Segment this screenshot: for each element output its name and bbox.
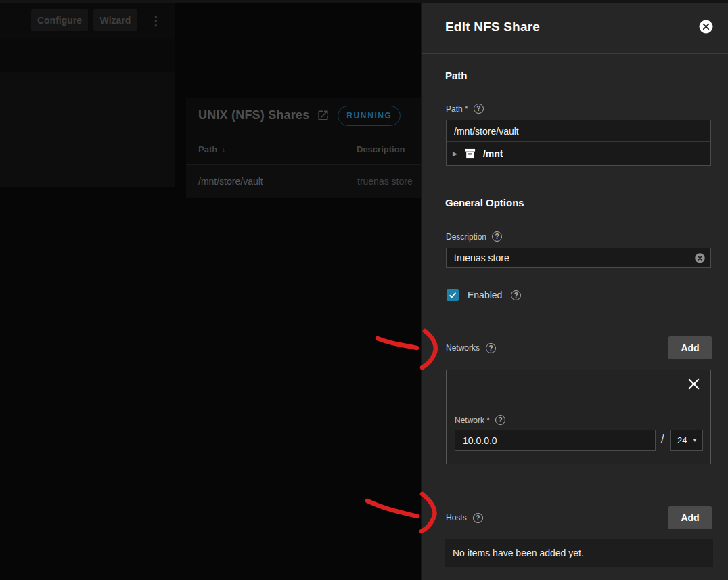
add-host-button[interactable]: Add [668, 506, 712, 529]
hosts-label-group: Hosts ? [446, 513, 483, 523]
help-icon[interactable]: ? [473, 513, 483, 523]
configure-button[interactable]: Configure [31, 9, 88, 31]
help-icon[interactable]: ? [492, 231, 502, 242]
prefix-select[interactable]: 24 ▼ [670, 430, 703, 451]
column-header-description: Description [357, 133, 405, 164]
description-input[interactable] [447, 248, 695, 267]
edit-nfs-share-drawer: Edit NFS Share Path Path * ? ▶ /mnt Gene… [421, 0, 728, 580]
filesystem-tree-node[interactable]: ▶ /mnt [447, 141, 710, 165]
drawer-title: Edit NFS Share [445, 20, 540, 35]
iscsi-card: Configure Wizard ⋮ [0, 0, 175, 187]
prefix-value: 24 [677, 435, 687, 445]
help-icon[interactable]: ? [511, 290, 521, 300]
status-badge[interactable]: RUNNING [338, 106, 401, 126]
network-entry-card: Network * ? / 24 ▼ [446, 370, 711, 464]
path-field-label-text: Path * [446, 104, 468, 114]
config-table-body [0, 72, 175, 187]
clear-input-icon[interactable] [695, 253, 705, 263]
page-root: Add ⋮ Logging Configure Wizard ⋮ [0, 0, 728, 580]
networks-header-row: Networks ? Add [446, 336, 712, 359]
general-options-heading: General Options [445, 197, 524, 208]
kebab-menu-icon[interactable]: ⋮ [150, 14, 162, 27]
enabled-row: Enabled ? [447, 289, 521, 301]
path-field-block: ▶ /mnt [446, 120, 711, 166]
config-table-header [0, 39, 175, 72]
networks-label-group: Networks ? [446, 343, 496, 353]
close-icon[interactable] [699, 20, 713, 34]
cidr-separator: / [661, 433, 664, 445]
description-field-label: Description ? [446, 231, 502, 242]
add-network-button[interactable]: Add [668, 336, 712, 359]
help-icon[interactable]: ? [474, 104, 484, 114]
column-header-path-label: Path [198, 144, 217, 154]
column-header-path[interactable]: Path↓ [198, 133, 225, 164]
tree-node-label: /mnt [483, 148, 503, 159]
description-field-wrap [446, 248, 711, 268]
cell-path: /mnt/store/vault [198, 165, 263, 198]
wizard-button[interactable]: Wizard [93, 9, 137, 31]
sort-down-icon: ↓ [221, 145, 225, 154]
nfs-card-title: UNIX (NFS) Shares [198, 108, 309, 122]
path-section-heading: Path [445, 70, 468, 81]
network-field-label: Network * ? [455, 415, 505, 425]
enabled-checkbox[interactable] [447, 289, 459, 301]
caret-down-icon: ▼ [692, 437, 698, 443]
network-input[interactable] [455, 430, 656, 451]
hosts-label: Hosts [446, 513, 467, 522]
hosts-header-row: Hosts ? Add [446, 506, 712, 529]
cell-description: truenas store [357, 165, 413, 198]
enabled-label: Enabled [468, 290, 502, 300]
hosts-empty-message: No items have been added yet. [453, 548, 584, 558]
caret-right-icon[interactable]: ▶ [453, 150, 457, 157]
open-in-new-icon[interactable] [317, 109, 329, 122]
top-edge-strip [0, 0, 728, 3]
path-input[interactable] [447, 120, 710, 141]
config-toolbar-row: Configure Wizard ⋮ [0, 0, 175, 39]
network-label-text: Network * [455, 416, 490, 425]
networks-label: Networks [446, 343, 480, 353]
help-icon[interactable]: ? [486, 343, 496, 353]
remove-network-icon[interactable] [687, 378, 700, 391]
hosts-empty-state: No items have been added yet. [445, 539, 713, 567]
dataset-icon [463, 147, 477, 160]
path-field-label: Path * ? [446, 104, 484, 114]
description-label-text: Description [446, 232, 486, 242]
help-icon[interactable]: ? [495, 415, 505, 425]
drawer-header: Edit NFS Share [422, 0, 728, 54]
